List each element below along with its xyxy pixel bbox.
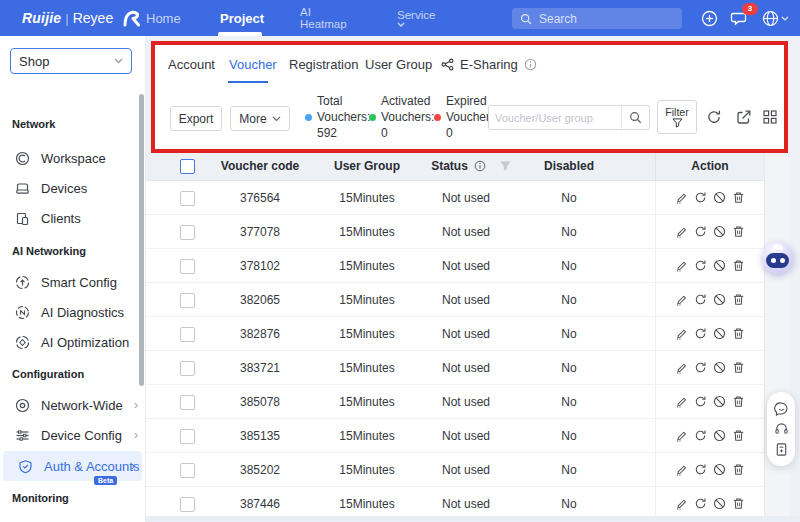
row-checkbox[interactable] [180, 225, 195, 240]
row-checkbox[interactable] [180, 293, 195, 308]
edit-icon[interactable] [675, 191, 688, 204]
filter-button[interactable]: Filter [657, 100, 697, 134]
tab-e-sharing[interactable]: E-Sharing [441, 57, 537, 72]
ban-icon[interactable] [713, 361, 726, 374]
tab-account[interactable]: Account [168, 57, 215, 72]
edit-icon[interactable] [675, 225, 688, 238]
sidebar-item-network-wide[interactable]: Network-Wide › [0, 390, 145, 420]
renew-icon[interactable] [694, 293, 707, 306]
renew-icon[interactable] [694, 191, 707, 204]
language-globe-icon[interactable] [762, 10, 779, 27]
delete-icon[interactable] [732, 463, 745, 476]
edit-icon[interactable] [675, 293, 688, 306]
sidebar-item-smart-config[interactable]: Smart Config [0, 267, 145, 297]
language-chevron-icon[interactable] [781, 16, 789, 21]
global-search[interactable] [512, 8, 682, 29]
delete-icon[interactable] [732, 327, 745, 340]
voucher-code-cell: 378102 [200, 249, 320, 282]
table-row: 376564 15Minutes Not used No [146, 181, 765, 215]
sidebar-item-auth-accounts[interactable]: Auth & Accounts › [3, 451, 142, 481]
headset-support-icon[interactable] [774, 421, 789, 436]
ban-icon[interactable] [713, 191, 726, 204]
delete-icon[interactable] [732, 259, 745, 272]
edit-icon[interactable] [675, 463, 688, 476]
global-search-input[interactable] [537, 11, 661, 27]
sidebar: Shop Network Workspace Devices Clients A… [0, 36, 146, 522]
edit-icon[interactable] [675, 429, 688, 442]
delete-icon[interactable] [732, 429, 745, 442]
search-icon[interactable] [621, 106, 649, 129]
row-checkbox[interactable] [180, 497, 195, 512]
tab-registration[interactable]: Registration [289, 57, 358, 72]
row-checkbox[interactable] [180, 429, 195, 444]
export-share-icon[interactable] [736, 109, 752, 125]
edit-icon[interactable] [675, 497, 688, 510]
row-checkbox[interactable] [180, 395, 195, 410]
renew-icon[interactable] [694, 361, 707, 374]
delete-icon[interactable] [732, 497, 745, 510]
row-checkbox[interactable] [180, 463, 195, 478]
ban-icon[interactable] [713, 463, 726, 476]
tab-user-group[interactable]: User Group [365, 57, 432, 72]
edit-icon[interactable] [675, 395, 688, 408]
feedback-chat-icon[interactable] [774, 401, 789, 416]
renew-icon[interactable] [694, 497, 707, 510]
delete-icon[interactable] [732, 361, 745, 374]
sidebar-item-ai-optimization[interactable]: AI Optimization [0, 327, 145, 357]
sidebar-item-network-health[interactable]: Network Health › [0, 513, 145, 522]
nav-item-project[interactable]: Project [220, 0, 264, 36]
info-icon[interactable] [474, 160, 486, 172]
renew-icon[interactable] [694, 327, 707, 340]
disabled-cell: No [509, 249, 629, 282]
voucher-search[interactable] [488, 105, 650, 130]
columns-grid-icon[interactable] [762, 109, 778, 125]
row-checkbox[interactable] [180, 191, 195, 206]
tab-voucher[interactable]: Voucher [229, 57, 277, 72]
info-icon[interactable] [524, 58, 537, 71]
renew-icon[interactable] [694, 259, 707, 272]
row-actions [655, 317, 765, 350]
ban-icon[interactable] [713, 259, 726, 272]
ai-assistant-mascot[interactable] [762, 242, 794, 274]
status-cell: Not used [406, 317, 526, 350]
ban-icon[interactable] [713, 293, 726, 306]
more-button[interactable]: More [230, 106, 290, 131]
ban-icon[interactable] [713, 429, 726, 442]
sidebar-item-device-config[interactable]: Device Config › [0, 420, 145, 450]
nav-item-ai-heatmap[interactable]: AI Heatmap [300, 0, 352, 36]
delete-icon[interactable] [732, 395, 745, 408]
add-project-icon[interactable] [701, 10, 718, 27]
sidebar-item-clients[interactable]: Clients [0, 203, 145, 233]
devices-icon [15, 181, 30, 196]
ban-icon[interactable] [713, 395, 726, 408]
edit-icon[interactable] [675, 259, 688, 272]
select-all-checkbox[interactable] [180, 159, 195, 174]
ban-icon[interactable] [713, 497, 726, 510]
voucher-search-input[interactable] [489, 106, 621, 129]
sidebar-item-ai-diagnostics[interactable]: AI Diagnostics [0, 297, 145, 327]
nav-item-home[interactable]: Home [146, 0, 181, 36]
refresh-icon[interactable] [706, 109, 722, 125]
renew-icon[interactable] [694, 429, 707, 442]
ban-icon[interactable] [713, 225, 726, 238]
edit-icon[interactable] [675, 327, 688, 340]
ban-icon[interactable] [713, 327, 726, 340]
renew-icon[interactable] [694, 225, 707, 238]
table-row: 382876 15Minutes Not used No [146, 317, 765, 351]
export-button[interactable]: Export [170, 106, 222, 131]
network-selector[interactable]: Shop [10, 48, 132, 74]
delete-icon[interactable] [732, 191, 745, 204]
sidebar-item-workspace[interactable]: Workspace [0, 143, 145, 173]
edit-icon[interactable] [675, 361, 688, 374]
sidebar-item-devices[interactable]: Devices [0, 173, 145, 203]
nav-item-service[interactable]: Service [397, 0, 445, 36]
renew-icon[interactable] [694, 395, 707, 408]
delete-icon[interactable] [732, 293, 745, 306]
delete-icon[interactable] [732, 225, 745, 238]
section-configuration: Configuration [12, 368, 84, 380]
survey-doc-icon[interactable] [774, 442, 789, 457]
row-checkbox[interactable] [180, 259, 195, 274]
renew-icon[interactable] [694, 463, 707, 476]
row-checkbox[interactable] [180, 361, 195, 376]
row-checkbox[interactable] [180, 327, 195, 342]
